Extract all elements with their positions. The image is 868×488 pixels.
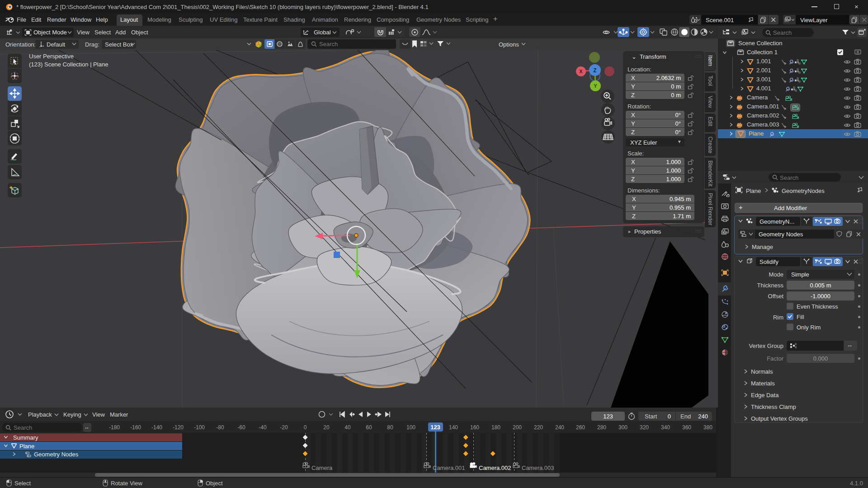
svg-text:X: X: [579, 69, 583, 74]
svg-text:Z: Z: [593, 67, 596, 74]
svg-text:Y: Y: [594, 83, 597, 89]
